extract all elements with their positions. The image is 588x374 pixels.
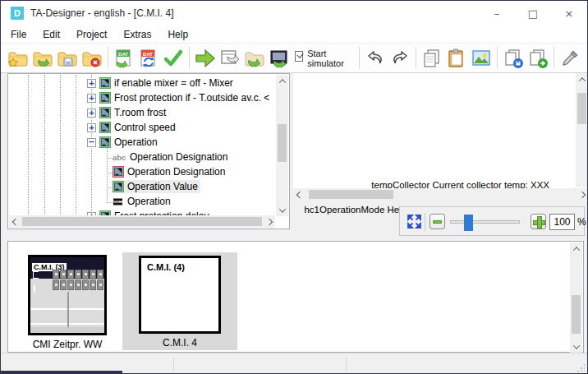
menu-item-extras[interactable]: Extras [115, 27, 159, 42]
zoom-fit-icon[interactable] [407, 215, 421, 232]
export-folder-button[interactable] [242, 47, 267, 70]
open-project-button[interactable] [30, 47, 55, 70]
tree-item[interactable]: Operation Designation [8, 164, 276, 179]
upload-cmi-button[interactable] [267, 47, 292, 70]
scroll-down-arrow-icon[interactable] [570, 340, 582, 353]
schedule-button [53, 270, 59, 279]
tree-item[interactable]: −Operation [8, 135, 276, 150]
tree-item-content[interactable]: if enable mixer = off - Mixer [99, 76, 236, 90]
menu-item-project[interactable]: Project [68, 27, 115, 42]
toolbar-separator [108, 47, 108, 69]
new-project-button[interactable] [6, 47, 30, 70]
redo-icon [390, 48, 410, 68]
tree-item[interactable]: abcOperation Designation [8, 150, 276, 164]
scroll-up-arrow-icon[interactable] [276, 75, 288, 87]
tree-item[interactable]: +if enable mixer = off - Mixer [8, 76, 276, 90]
tree-item[interactable]: +Frost protection if - T.outside av.c. < [8, 90, 276, 105]
run-export-button[interactable] [193, 47, 218, 70]
scrollbar-thumb[interactable] [577, 93, 586, 124]
check-button[interactable] [161, 47, 186, 70]
menu-item-help[interactable]: Help [159, 27, 196, 42]
scroll-left-arrow-icon[interactable] [293, 188, 305, 201]
scroll-right-arrow-icon[interactable] [576, 188, 588, 201]
page-caption: CMI Zeitpr. WW [26, 339, 108, 350]
start-simulator-checkbox[interactable]: Start simulator [295, 48, 351, 68]
export-page-button[interactable] [218, 47, 242, 70]
status-separator [173, 358, 174, 372]
tree-item-content[interactable]: abcOperation Designation [112, 150, 230, 164]
folder-new-icon [7, 48, 29, 69]
tree-item-content[interactable]: Control speed [99, 121, 178, 134]
dat-refresh-icon: DAT [138, 48, 159, 69]
canvas-horizontal-scrollbar[interactable] [293, 188, 588, 201]
scrollbar-thumb[interactable] [309, 190, 393, 199]
expand-plus-icon[interactable]: + [87, 123, 96, 132]
close-project-button[interactable] [80, 47, 104, 70]
expand-plus-icon[interactable]: + [87, 109, 96, 118]
folder-save-icon [57, 48, 78, 69]
insert-image-button[interactable] [469, 47, 494, 70]
tree-item-content[interactable]: Operation Value [112, 180, 200, 193]
scroll-left-arrow-icon[interactable] [9, 215, 21, 228]
undo-button[interactable] [363, 47, 388, 70]
tree-item-content[interactable]: Frost protection if - T.outside av.c. < [99, 91, 272, 104]
page-thumbnail[interactable]: C.M.I. (4)C.M.I. 4 [122, 252, 237, 350]
schedule-button-grid [53, 270, 103, 290]
scroll-right-arrow-icon[interactable] [263, 215, 275, 228]
page-thumbnail[interactable]: C.M.I. (3)CMI Zeitpr. WW [26, 255, 108, 350]
minimize-button[interactable]: – [479, 1, 515, 25]
scrollbar-thumb[interactable] [572, 295, 581, 334]
zoom-value-input[interactable] [549, 214, 575, 230]
canvas-vertical-scrollbar[interactable] [576, 73, 588, 187]
tree-item-content[interactable]: T.room frost [99, 106, 168, 119]
function-tree-panel: +if enable mixer = off - Mixer+Frost pro… [7, 73, 290, 229]
save-project-button[interactable] [55, 47, 80, 70]
copy-button[interactable] [420, 47, 444, 70]
scrollbar-thumb[interactable] [22, 217, 262, 226]
menu-item-file[interactable]: File [2, 27, 34, 42]
zoom-in-button[interactable] [531, 214, 546, 229]
tree-item[interactable]: +T.room frost [8, 105, 276, 120]
paste-button[interactable] [444, 47, 469, 70]
page-title: C.M.I. (4) [147, 262, 185, 272]
scrollbar-thumb[interactable] [278, 124, 287, 162]
menu-item-edit[interactable]: Edit [34, 27, 68, 42]
tree-item[interactable]: +Control speed [8, 120, 276, 135]
tree-item[interactable]: Operation [8, 194, 276, 209]
scroll-up-arrow-icon[interactable] [576, 73, 588, 85]
close-button[interactable]: × [551, 1, 587, 25]
page-canvas[interactable]: tempCollector Current collector temp: XX… [293, 73, 588, 201]
copy-link-button[interactable] [526, 47, 550, 70]
tree-vertical-scrollbar[interactable] [276, 75, 288, 216]
page-caption: C.M.I. 4 [122, 337, 237, 349]
scroll-up-arrow-icon[interactable] [570, 242, 582, 255]
tree-item-label: Operation Designation [127, 166, 225, 178]
zoom-slider-thumb[interactable] [464, 215, 473, 231]
page-preview[interactable]: C.M.I. (4) [139, 256, 221, 334]
zoom-slider[interactable] [450, 220, 520, 224]
pipette-button[interactable] [558, 47, 582, 70]
tree-item-content[interactable]: Operation [112, 195, 173, 208]
app-logo-icon: D [11, 7, 24, 20]
expand-plus-icon[interactable]: + [87, 94, 96, 103]
menu-bar: FileEditProjectExtrasHelp [1, 25, 587, 43]
load-dat-button[interactable]: DAT [112, 47, 136, 70]
pages-vertical-scrollbar[interactable] [570, 242, 582, 353]
scroll-down-arrow-icon[interactable] [276, 204, 288, 216]
tree-item-content[interactable]: Operation Designation [112, 165, 227, 178]
resize-grip[interactable] [577, 363, 585, 372]
tree-horizontal-scrollbar[interactable] [9, 215, 275, 228]
zoom-out-button[interactable] [430, 214, 445, 229]
maximize-button[interactable]: □ [515, 1, 551, 25]
tree-item-content[interactable]: Operation [99, 136, 160, 149]
reload-dat-button[interactable]: DAT [136, 47, 161, 70]
start-simulator-checkbox-box[interactable] [295, 51, 303, 62]
tree-item[interactable]: Operation Value [8, 179, 276, 194]
redo-button[interactable] [388, 47, 412, 70]
expand-plus-icon[interactable]: + [87, 79, 96, 88]
copy-save-button[interactable] [501, 47, 526, 70]
schedule-button [67, 280, 74, 290]
page-preview[interactable]: C.M.I. (3) [28, 255, 107, 335]
collapse-minus-icon[interactable]: − [87, 138, 96, 147]
folder-close-icon [81, 48, 103, 69]
